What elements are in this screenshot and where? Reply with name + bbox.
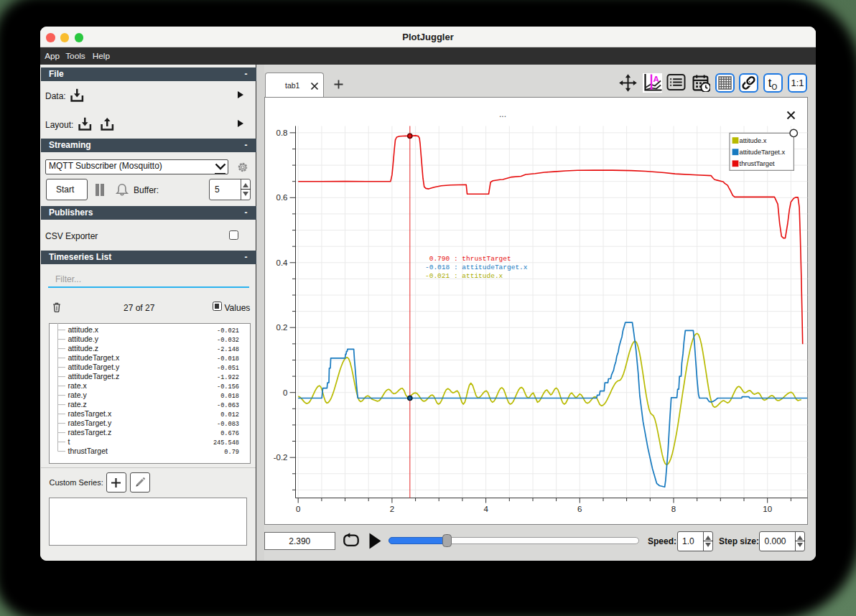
svg-text:-0.021: -0.021: [217, 327, 239, 335]
svg-text:10: 10: [763, 505, 772, 513]
svg-text:-0.083: -0.083: [217, 421, 239, 428]
svg-text:-0.032: -0.032: [217, 337, 239, 344]
svg-text:attitudeTarget.z: attitudeTarget.z: [68, 372, 120, 381]
svg-text:4: 4: [483, 505, 488, 513]
svg-text:attitudeTarget.x: attitudeTarget.x: [740, 149, 786, 156]
svg-text:2: 2: [390, 505, 394, 513]
svg-text:rate.x: rate.x: [68, 381, 88, 390]
svg-text:A: A: [653, 75, 659, 83]
svg-text:0: 0: [283, 388, 287, 397]
svg-text:0.790 : thrustTarget: 0.790 : thrustTarget: [425, 255, 511, 263]
svg-text:-0.018: -0.018: [217, 355, 239, 363]
svg-text:0.018: 0.018: [220, 393, 239, 400]
svg-text:-0.018 : attitudeTarget.x: -0.018 : attitudeTarget.x: [425, 263, 528, 271]
svg-text:ratesTarget.z: ratesTarget.z: [68, 428, 112, 437]
svg-text:ratesTarget.y: ratesTarget.y: [68, 419, 112, 427]
svg-text:rate.y: rate.y: [68, 391, 88, 399]
svg-text:0.8: 0.8: [276, 129, 288, 137]
svg-text:rate.z: rate.z: [68, 400, 87, 409]
svg-text:0.6: 0.6: [276, 193, 288, 202]
svg-text:-0.051: -0.051: [217, 365, 239, 372]
svg-text:attitudeTarget.y: attitudeTarget.y: [68, 363, 121, 371]
svg-text:-0.156: -0.156: [217, 383, 239, 391]
svg-text:8: 8: [671, 505, 676, 513]
svg-text:0.2: 0.2: [276, 323, 288, 332]
svg-text:-1.922: -1.922: [217, 374, 239, 381]
svg-text:thrustTarget: thrustTarget: [740, 160, 776, 167]
svg-text:-0.2: -0.2: [274, 453, 288, 462]
svg-text:-2.148: -2.148: [217, 346, 239, 353]
svg-text:attitude.z: attitude.z: [68, 344, 99, 353]
svg-text:t: t: [68, 437, 70, 446]
svg-text:0.676: 0.676: [220, 430, 239, 437]
svg-text:0: 0: [296, 505, 300, 513]
svg-text:6: 6: [577, 505, 582, 513]
svg-text:attitudeTarget.x: attitudeTarget.x: [68, 353, 121, 362]
svg-text:thrustTarget: thrustTarget: [68, 447, 108, 455]
svg-text:0.012: 0.012: [220, 411, 239, 419]
svg-text:-0.063: -0.063: [217, 402, 239, 409]
svg-text:245.548: 245.548: [213, 439, 239, 447]
svg-text:ratesTarget.x: ratesTarget.x: [68, 409, 112, 418]
svg-text:attitude.y: attitude.y: [68, 335, 99, 343]
svg-text:attitude.x: attitude.x: [68, 325, 99, 334]
svg-text:attitude.x: attitude.x: [740, 137, 767, 144]
svg-text:0.4: 0.4: [276, 258, 289, 267]
svg-text:-0.021 : attitude.x: -0.021 : attitude.x: [425, 272, 503, 280]
svg-text:0.79: 0.79: [224, 449, 239, 456]
